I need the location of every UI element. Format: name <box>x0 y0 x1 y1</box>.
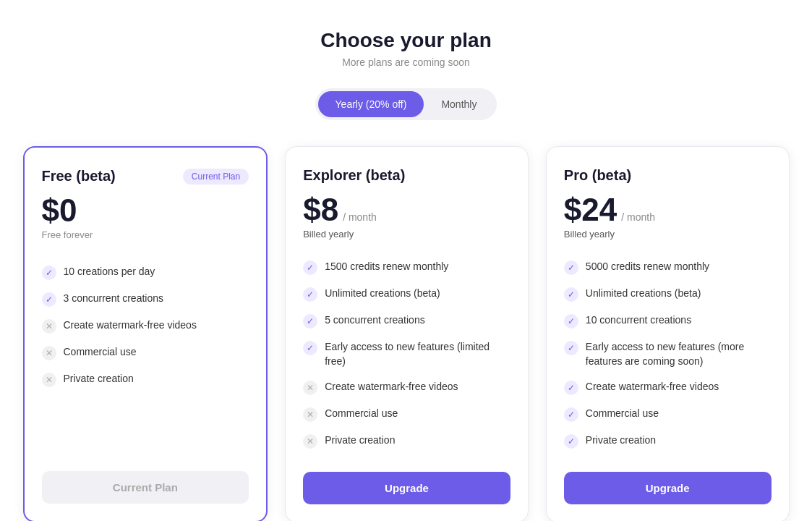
check-icon: ✓ <box>564 341 578 355</box>
feature-text: 10 creations per day <box>64 265 155 279</box>
page-header: Choose your plan More plans are coming s… <box>320 29 491 68</box>
check-icon: ✓ <box>303 260 317 275</box>
plan-name-explorer: Explorer (beta) <box>303 167 405 184</box>
list-item: ✓3 concurrent creations <box>42 286 249 313</box>
plan-card-pro: Pro (beta)$24/ monthBilled yearly✓5000 c… <box>546 146 790 521</box>
feature-text: Private creation <box>586 433 656 448</box>
list-item: ✕Private creation <box>303 428 510 454</box>
list-item: ✕Create watermark-free videos <box>303 374 510 401</box>
cross-icon: ✕ <box>303 434 317 449</box>
feature-text: 1500 credits renew monthly <box>325 260 448 274</box>
billed-note-pro: Billed yearly <box>564 229 772 240</box>
feature-text: Commercial use <box>325 407 398 421</box>
feature-text: Commercial use <box>64 345 137 360</box>
list-item: ✓5 concurrent creations <box>303 308 510 334</box>
check-icon: ✓ <box>564 381 578 395</box>
list-item: ✓5000 credits renew monthly <box>564 254 772 281</box>
page-title: Choose your plan <box>320 29 491 52</box>
check-icon: ✓ <box>564 407 578 422</box>
feature-text: 5 concurrent creations <box>325 313 425 328</box>
list-item: ✕Commercial use <box>303 401 510 428</box>
feature-text: Early access to new features (more featu… <box>586 340 772 368</box>
plan-name-free: Free (beta) <box>42 168 116 185</box>
price-amount-pro: $24 <box>564 194 617 226</box>
feature-text: 3 concurrent creations <box>64 292 164 306</box>
check-icon: ✓ <box>564 260 578 275</box>
price-period-pro: / month <box>621 211 655 223</box>
cross-icon: ✕ <box>42 319 56 334</box>
check-icon: ✓ <box>564 314 578 329</box>
price-subtitle-free: Free forever <box>42 229 249 240</box>
list-item: ✓Unlimited creations (beta) <box>303 281 510 308</box>
list-item: ✓Early access to new features (more feat… <box>564 334 772 374</box>
price-row-pro: $24/ month <box>564 194 772 226</box>
list-item: ✓10 creations per day <box>42 259 249 286</box>
check-icon: ✓ <box>42 266 56 280</box>
list-item: ✓Unlimited creations (beta) <box>564 281 772 308</box>
yearly-toggle-btn[interactable]: Yearly (20% off) <box>318 91 424 117</box>
feature-text: Unlimited creations (beta) <box>586 287 701 301</box>
plans-container: Free (beta)Current Plan$0Free forever✓10… <box>23 146 790 521</box>
price-row-free: $0 <box>42 195 249 226</box>
check-icon: ✓ <box>303 341 317 355</box>
list-item: ✕Commercial use <box>42 339 249 366</box>
list-item: ✕Create watermark-free videos <box>42 313 249 339</box>
list-item: ✓1500 credits renew monthly <box>303 254 510 281</box>
check-icon: ✓ <box>564 287 578 302</box>
plan-card-explorer: Explorer (beta)$8/ monthBilled yearly✓15… <box>285 146 529 521</box>
plan-card-free: Free (beta)Current Plan$0Free forever✓10… <box>23 146 268 521</box>
check-icon: ✓ <box>564 434 578 449</box>
plan-header-pro: Pro (beta) <box>564 167 772 184</box>
feature-text: Commercial use <box>586 407 659 421</box>
monthly-toggle-btn[interactable]: Monthly <box>424 91 494 117</box>
check-icon: ✓ <box>303 287 317 302</box>
feature-text: 10 concurrent creations <box>586 313 691 328</box>
feature-text: Early access to new features (limited fr… <box>325 340 510 368</box>
cross-icon: ✕ <box>42 373 56 387</box>
cross-icon: ✕ <box>42 346 56 360</box>
feature-text: Private creation <box>325 433 395 448</box>
upgrade-button-explorer[interactable]: Upgrade <box>303 472 510 504</box>
feature-text: Create watermark-free videos <box>325 380 458 394</box>
price-period-explorer: / month <box>343 211 377 223</box>
feature-text: 5000 credits renew monthly <box>586 260 709 274</box>
price-amount-free: $0 <box>42 195 77 226</box>
plan-name-pro: Pro (beta) <box>564 167 631 184</box>
billing-toggle: Yearly (20% off) Monthly <box>315 88 497 120</box>
features-list-free: ✓10 creations per day✓3 concurrent creat… <box>42 259 249 454</box>
features-list-explorer: ✓1500 credits renew monthly✓Unlimited cr… <box>303 254 510 454</box>
feature-text: Create watermark-free videos <box>64 318 197 333</box>
list-item: ✓Private creation <box>564 428 772 454</box>
page-subtitle: More plans are coming soon <box>320 56 491 68</box>
list-item: ✕Private creation <box>42 366 249 393</box>
check-icon: ✓ <box>42 292 56 307</box>
billed-note-explorer: Billed yearly <box>303 229 510 240</box>
cross-icon: ✕ <box>303 381 317 395</box>
plan-header-free: Free (beta)Current Plan <box>42 168 249 185</box>
cross-icon: ✕ <box>303 407 317 422</box>
feature-text: Create watermark-free videos <box>586 380 719 394</box>
current-plan-badge-free: Current Plan <box>183 169 249 185</box>
price-amount-explorer: $8 <box>303 194 338 226</box>
check-icon: ✓ <box>303 314 317 329</box>
price-row-explorer: $8/ month <box>303 194 510 226</box>
list-item: ✓Commercial use <box>564 401 772 428</box>
features-list-pro: ✓5000 credits renew monthly✓Unlimited cr… <box>564 254 772 454</box>
current-button-free: Current Plan <box>42 471 249 504</box>
feature-text: Private creation <box>64 372 134 386</box>
list-item: ✓10 concurrent creations <box>564 308 772 334</box>
plan-header-explorer: Explorer (beta) <box>303 167 510 184</box>
feature-text: Unlimited creations (beta) <box>325 287 440 301</box>
list-item: ✓Early access to new features (limited f… <box>303 334 510 374</box>
upgrade-button-pro[interactable]: Upgrade <box>564 472 772 504</box>
list-item: ✓Create watermark-free videos <box>564 374 772 401</box>
